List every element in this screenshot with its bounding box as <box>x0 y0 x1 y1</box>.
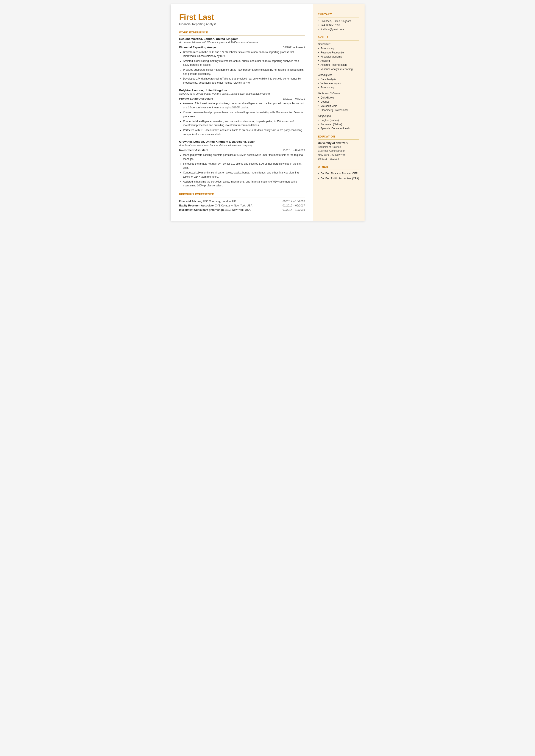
prev-exp-role: Financial Adviser, ABC Company, London, … <box>179 199 277 204</box>
edu-field: Business Administration <box>318 149 359 153</box>
list-item: Forecasting <box>318 86 359 90</box>
prev-exp-bold: Equity Research Associate, <box>179 204 214 207</box>
name-title-block: First Last Financial Reporting Analyst <box>179 13 305 26</box>
list-item: Bloomberg Professional <box>318 108 359 112</box>
role-line-fra: Financial Reporting Analyst 08/2021 – Pr… <box>179 46 305 49</box>
list-item: Data Analysis <box>318 77 359 81</box>
previous-experience-table: Financial Adviser, ABC Company, London, … <box>179 199 305 212</box>
hard-skills-subheading: Hard Skills: <box>318 43 359 46</box>
list-item: Brainstormed with the CFO and 17+ stakeh… <box>183 50 305 58</box>
list-item: Certified Public Accountant (CPA) <box>318 177 359 181</box>
techniques-list: Data Analysis Variance Analysis Forecast… <box>318 77 359 90</box>
company-bold: Growthsi, <box>179 140 193 143</box>
candidate-job-title: Financial Reporting Analyst <box>179 22 305 26</box>
list-item: +44 1234567890 <box>318 23 359 27</box>
list-item: Conducted 11+ monthly seminars on taxes,… <box>183 171 305 179</box>
bullet-list-fra: Brainstormed with the CFO and 17+ stakeh… <box>179 50 305 85</box>
list-item: Assisted in handling the portfolios, tax… <box>183 180 305 188</box>
edu-location: New York City, New York <box>318 153 359 157</box>
contact-heading: CONTACT <box>318 13 359 17</box>
role-line-pea: Private Equity Associate 10/2019 – 07/20… <box>179 97 305 100</box>
list-item: Variance Analysis <box>318 81 359 86</box>
table-row: Investment Consultant (Internship), ABC,… <box>179 208 305 212</box>
tools-subheading: Tools and Software: <box>318 92 359 95</box>
company-name-resume-worded: Resume Worded, London, United Kingdom <box>179 37 305 41</box>
edu-dates: 10/2011 - 06/2014 <box>318 157 359 161</box>
role-dates-pea: 10/2019 – 07/2021 <box>282 97 305 100</box>
candidate-name: First Last <box>179 13 305 21</box>
list-item: Variance Analysis Reporting <box>318 67 359 71</box>
list-item: Swansea, United Kingdom <box>318 19 359 23</box>
list-item: English (Native) <box>318 118 359 123</box>
list-item: Microsoft Visio <box>318 104 359 108</box>
list-item: Cognos <box>318 100 359 104</box>
sidebar-column: CONTACT Swansea, United Kingdom +44 1234… <box>313 4 365 221</box>
prev-exp-dates: 07/2014 – 12/2015 <box>277 208 305 212</box>
company-name-growthsi: Growthsi, London, United Kingdom & Barce… <box>179 140 305 143</box>
list-item: Spanish (Conversational) <box>318 126 359 130</box>
prev-exp-dates: 01/2016 – 05/2017 <box>277 204 305 208</box>
prev-exp-role: Investment Consultant (Internship), ABC,… <box>179 208 277 212</box>
list-item: Forecasting <box>318 46 359 51</box>
prev-exp-dates: 06/2017 – 10/2018 <box>277 199 305 204</box>
list-item: Assisted in developing monthly statement… <box>183 59 305 67</box>
company-bold: Resume Worded, <box>179 37 203 41</box>
list-item: Created covenant-level proposals based o… <box>183 111 305 119</box>
company-block-polyhire: Polyhire, London, United Kingdom Special… <box>179 89 305 136</box>
tools-list: QuickBooks Cognos Microsoft Visio Bloomb… <box>318 96 359 112</box>
edu-degree: Bachelor of Science <box>318 145 359 149</box>
prev-exp-bold: Investment Consultant (Internship), <box>179 209 225 211</box>
list-item: Developed 17+ dashboards using Tableau t… <box>183 77 305 85</box>
prev-exp-role: Equity Research Associate, XYZ Company, … <box>179 204 277 208</box>
list-item: Increased the annual net gain by 73% for… <box>183 162 305 170</box>
techniques-subheading: Techniques: <box>318 73 359 76</box>
list-item: QuickBooks <box>318 96 359 100</box>
languages-list: English (Native) Romanian (Native) Spani… <box>318 118 359 131</box>
company-bold: Polyhire, <box>179 89 191 92</box>
previous-experience-heading: PREVIOUS EXPERIENCE <box>179 193 305 197</box>
bullet-list-ia: Managed private banking clientele portfo… <box>179 153 305 188</box>
company-block-growthsi: Growthsi, London, United Kingdom & Barce… <box>179 140 305 188</box>
role-title-ia: Investment Assistant <box>179 149 208 152</box>
contact-list: Swansea, United Kingdom +44 1234567890 f… <box>318 19 359 32</box>
company-rest: London, United Kingdom <box>203 37 239 41</box>
list-item: Provided support to senior management on… <box>183 68 305 76</box>
role-title-fra: Financial Reporting Analyst <box>179 46 218 49</box>
prev-exp-rest: XYZ Company, New York, USA <box>214 204 252 207</box>
list-item: Auditing <box>318 59 359 63</box>
prev-exp-bold: Financial Adviser, <box>179 200 202 203</box>
other-list: Certified Financial Planner (CFP) Certif… <box>318 172 359 181</box>
other-heading: OTHER <box>318 165 359 170</box>
hard-skills-list: Forecasting Revenue Recognition Financia… <box>318 46 359 71</box>
list-item: first.last@gmail.com <box>318 27 359 32</box>
list-item: Certified Financial Planner (CFP) <box>318 172 359 176</box>
company-tagline-resume-worded: A commercial bank with 50+ employees and… <box>179 41 305 44</box>
list-item: Financial Modeling <box>318 55 359 59</box>
company-tagline-polyhire: Specializes in private equity, venture c… <box>179 92 305 95</box>
list-item: Conducted due diligence, valuation, and … <box>183 119 305 127</box>
table-row: Equity Research Associate, XYZ Company, … <box>179 204 305 208</box>
languages-subheading: Languages: <box>318 114 359 118</box>
company-rest: London, United Kingdom <box>191 89 227 92</box>
company-tagline-growthsi: A multinational investment bank and fina… <box>179 144 305 147</box>
edu-school: University of New York <box>318 141 359 145</box>
role-title-pea: Private Equity Associate <box>179 97 213 100</box>
list-item: Romanian (Native) <box>318 123 359 126</box>
list-item: Partnered with 18+ accountants and consu… <box>183 128 305 136</box>
company-block-resume-worded: Resume Worded, London, United Kingdom A … <box>179 37 305 85</box>
list-item: Assessed 73+ investment opportunities, c… <box>183 101 305 109</box>
bullet-list-pea: Assessed 73+ investment opportunities, c… <box>179 101 305 136</box>
list-item: Managed private banking clientele portfo… <box>183 153 305 161</box>
table-row: Financial Adviser, ABC Company, London, … <box>179 199 305 204</box>
skills-heading: SKILLS <box>318 36 359 41</box>
resume-container: First Last Financial Reporting Analyst W… <box>171 4 365 221</box>
role-dates-ia: 11/2018 – 09/2019 <box>282 149 305 152</box>
list-item: Account Reconciliation <box>318 63 359 67</box>
main-column: First Last Financial Reporting Analyst W… <box>171 4 313 221</box>
company-name-polyhire: Polyhire, London, United Kingdom <box>179 89 305 92</box>
education-block: University of New York Bachelor of Scien… <box>318 141 359 161</box>
role-dates-fra: 08/2021 – Present <box>283 46 305 49</box>
work-experience-heading: WORK EXPERIENCE <box>179 31 305 36</box>
company-rest: London, United Kingdom & Barcelona, Spai… <box>193 140 256 143</box>
education-heading: EDUCATION <box>318 135 359 140</box>
